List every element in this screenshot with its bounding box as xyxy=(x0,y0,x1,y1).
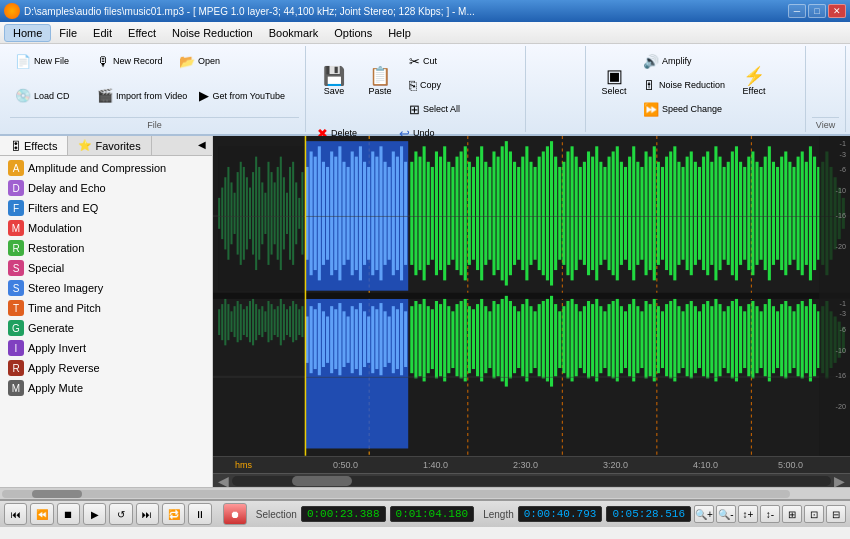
scrollbar-thumb[interactable] xyxy=(292,476,352,486)
menu-options[interactable]: Options xyxy=(326,25,380,41)
select-button[interactable]: ▣ Select xyxy=(592,50,636,112)
play-loop-button[interactable]: ↺ xyxy=(109,503,132,525)
svg-rect-20 xyxy=(246,177,248,249)
horizontal-scrollbar[interactable]: ◀ ▶ xyxy=(213,473,850,487)
menu-effect[interactable]: Effect xyxy=(120,25,164,41)
menu-file[interactable]: File xyxy=(51,25,85,41)
time-ruler[interactable]: hms 0:50.0 1:40.0 2:30.0 3:20.0 4:10.0 5… xyxy=(213,456,850,473)
open-button[interactable]: 📂 Open xyxy=(174,50,254,72)
go-end-button[interactable]: ⏭ xyxy=(136,503,159,525)
effect-special[interactable]: S Special xyxy=(0,258,212,278)
svg-rect-305 xyxy=(739,306,742,373)
selection-start-value: 0:00:23.388 xyxy=(301,506,386,522)
svg-text:-20: -20 xyxy=(836,242,846,251)
svg-rect-263 xyxy=(566,301,569,378)
scroll-right-button[interactable]: ▶ xyxy=(831,473,848,488)
secondary-scrollbar-thumb[interactable] xyxy=(32,490,82,498)
svg-rect-259 xyxy=(550,296,553,387)
load-cd-button[interactable]: 💿 Load CD xyxy=(10,85,90,107)
waveform-display[interactable]: -1 -3 -6 -10 -16 -20 -1 -3 -6 -10 -16 -2… xyxy=(213,136,850,456)
svg-rect-177 xyxy=(234,306,236,337)
svg-rect-54 xyxy=(367,167,370,260)
amplify-button[interactable]: 🔊 Amplify xyxy=(638,50,730,72)
favorites-tab[interactable]: ⭐ Favorites xyxy=(68,136,151,155)
effect-reverse[interactable]: R Apply Reverse xyxy=(0,358,212,378)
svg-rect-219 xyxy=(384,311,387,367)
zoom-fit-button[interactable]: ⊞ xyxy=(782,505,802,523)
save-button[interactable]: 💾 Save xyxy=(312,50,356,112)
get-youtube-button[interactable]: ▶ Get from YouTube xyxy=(194,85,290,107)
cut-label: Cut xyxy=(423,56,437,66)
new-file-button[interactable]: 📄 New File xyxy=(10,50,90,72)
svg-rect-231 xyxy=(435,301,438,378)
minimize-button[interactable]: ─ xyxy=(788,4,806,18)
menu-edit[interactable]: Edit xyxy=(85,25,120,41)
go-start-button[interactable]: ⏮ xyxy=(4,503,27,525)
effect-timepitch[interactable]: T Time and Pitch xyxy=(0,298,212,318)
svg-rect-228 xyxy=(423,299,426,382)
filters-icon: F xyxy=(8,200,24,216)
secondary-scrollbar[interactable] xyxy=(0,487,850,499)
sidebar-expand-button[interactable]: ◀ xyxy=(192,136,212,155)
reverse-icon: R xyxy=(8,360,24,376)
pause-button[interactable]: ⏸ xyxy=(188,503,211,525)
svg-rect-255 xyxy=(534,311,537,368)
effect-stereo[interactable]: S Stereo Imagery xyxy=(0,278,212,298)
scrollbar-track[interactable] xyxy=(232,476,831,486)
loop-button[interactable]: 🔁 xyxy=(162,503,185,525)
svg-rect-52 xyxy=(359,146,362,280)
svg-rect-226 xyxy=(414,301,417,378)
effect-button[interactable]: ⚡ Effect xyxy=(732,50,776,112)
menu-noise-reduction[interactable]: Noise Reduction xyxy=(164,25,261,41)
zoom-out-horizontal-button[interactable]: 🔍- xyxy=(716,505,736,523)
cut-button[interactable]: ✂ Cut xyxy=(404,50,484,72)
zoom-out-vertical-button[interactable]: ↕- xyxy=(760,505,780,523)
zoom-reset-button[interactable]: ⊟ xyxy=(826,505,846,523)
paste-button[interactable]: 📋 Paste xyxy=(358,50,402,112)
effect-generate[interactable]: G Generate xyxy=(0,318,212,338)
import-video-button[interactable]: 🎬 Import from Video xyxy=(92,85,192,107)
prev-button[interactable]: ⏪ xyxy=(30,503,53,525)
svg-rect-269 xyxy=(591,304,594,376)
svg-rect-279 xyxy=(632,299,635,382)
menu-bookmark[interactable]: Bookmark xyxy=(261,25,327,41)
svg-rect-174 xyxy=(224,299,226,345)
effects-tab[interactable]: 🎛 Effects xyxy=(0,136,68,155)
zoom-in-vertical-button[interactable]: ↕+ xyxy=(738,505,758,523)
select-all-label: Select All xyxy=(423,104,460,114)
svg-text:-3: -3 xyxy=(839,309,845,318)
record-button[interactable]: ⏺ xyxy=(223,503,246,525)
new-record-button[interactable]: 🎙 New Record xyxy=(92,50,172,72)
scroll-left-button[interactable]: ◀ xyxy=(215,473,232,488)
zoom-selection-button[interactable]: ⊡ xyxy=(804,505,824,523)
svg-rect-44 xyxy=(326,167,329,260)
speed-change-button[interactable]: ⏩ Speed Change xyxy=(638,98,730,120)
effect-restoration[interactable]: R Restoration xyxy=(0,238,212,258)
effect-mute[interactable]: M Apply Mute xyxy=(0,378,212,398)
maximize-button[interactable]: □ xyxy=(808,4,826,18)
select-all-button[interactable]: ⊞ Select All xyxy=(404,98,484,120)
menu-help[interactable]: Help xyxy=(380,25,419,41)
svg-text:-16: -16 xyxy=(836,211,846,220)
effect-amplitude[interactable]: A Amplitude and Compression xyxy=(0,158,212,178)
noise-reduction-button[interactable]: 🎚 Noise Reduction xyxy=(638,74,730,96)
effect-modulation[interactable]: M Modulation xyxy=(0,218,212,238)
waveform-area[interactable]: -1 -3 -6 -10 -16 -20 -1 -3 -6 -10 -16 -2… xyxy=(213,136,850,487)
svg-rect-152 xyxy=(772,162,775,265)
zoom-in-horizontal-button[interactable]: 🔍+ xyxy=(694,505,714,523)
svg-rect-202 xyxy=(314,309,317,369)
svg-rect-137 xyxy=(710,162,713,265)
effect-delay[interactable]: D Delay and Echo xyxy=(0,178,212,198)
secondary-scrollbar-track[interactable] xyxy=(2,490,790,498)
menu-home[interactable]: Home xyxy=(4,24,51,42)
effect-invert[interactable]: I Apply Invert xyxy=(0,338,212,358)
svg-rect-51 xyxy=(355,157,358,270)
copy-button[interactable]: ⎘ Copy xyxy=(404,74,484,96)
restoration-label: Restoration xyxy=(28,242,84,254)
new-record-icon: 🎙 xyxy=(97,54,110,69)
stop-button[interactable]: ⏹ xyxy=(57,503,80,525)
play-button[interactable]: ▶ xyxy=(83,503,106,525)
view-group-label: View xyxy=(812,117,839,130)
effect-filters[interactable]: F Filters and EQ xyxy=(0,198,212,218)
close-button[interactable]: ✕ xyxy=(828,4,846,18)
